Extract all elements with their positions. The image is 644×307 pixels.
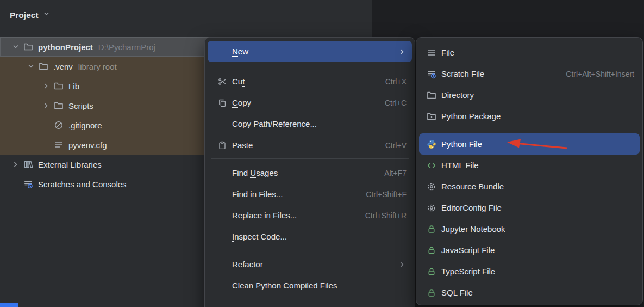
lock-icon <box>427 267 436 277</box>
menu-item-label: File <box>441 48 454 57</box>
chevron-down-icon[interactable] <box>24 62 38 71</box>
lock-icon <box>427 224 436 234</box>
menu-item-paste[interactable]: Paste Ctrl+V <box>208 134 412 156</box>
menu-item-shortcut: Ctrl+C <box>374 99 407 107</box>
menu-item-shortcut: Ctrl+Shift+F <box>355 190 407 199</box>
gear-icon <box>427 203 436 213</box>
tree-item-label: .gitignore <box>68 121 102 130</box>
menu-item-label: Paste <box>232 140 253 150</box>
copy-icon <box>217 99 228 107</box>
folder-icon <box>38 62 49 71</box>
project-panel-title: Project <box>10 10 39 20</box>
menu-item-label: Find Usages <box>232 168 278 177</box>
menu-item-shortcut: Alt+F7 <box>373 169 407 177</box>
scratch-file-icon <box>427 69 436 79</box>
menu-item-copy-path-reference[interactable]: Copy Path/Reference... <box>208 113 412 134</box>
menu-separator <box>211 66 409 66</box>
submenu-item-python-package[interactable]: Python Package <box>419 106 640 127</box>
menu-item-label: Refactor <box>232 260 263 269</box>
menu-separator <box>211 299 409 299</box>
menu-item-label: Clean Python Compiled Files <box>232 281 337 290</box>
menu-item-copy[interactable]: Copy Ctrl+C <box>208 92 412 113</box>
html-code-icon <box>427 161 436 170</box>
menu-item-label: SQL File <box>441 288 473 297</box>
paste-icon <box>217 141 228 150</box>
tree-item-label: Scripts <box>68 101 93 110</box>
menu-item-label: Python File <box>441 139 482 149</box>
project-toolwindow-header[interactable]: Project <box>10 10 51 20</box>
menu-item-refactor[interactable]: Refactor <box>208 254 412 275</box>
submenu-arrow-icon <box>387 47 407 56</box>
folder-icon <box>53 81 64 91</box>
menu-item-label: Find in Files... <box>232 189 283 199</box>
chevron-down-icon[interactable] <box>9 42 23 51</box>
menu-item-label: New <box>232 47 248 56</box>
menu-item-label: Cut <box>232 77 245 86</box>
submenu-arrow-icon <box>387 260 407 269</box>
submenu-item-editorconfig-file[interactable]: EditorConfig File <box>419 197 640 218</box>
context-menu: New Cut Ctrl+X Copy Ctrl+C Copy Path/Ref… <box>204 37 415 307</box>
menu-item-new[interactable]: New <box>208 41 412 62</box>
menu-item-label: Scratch File <box>441 69 484 78</box>
menu-item-label: Inspect Code... <box>232 232 287 241</box>
pycharm-window: Project pythonProject D:\PycharmProj .ve… <box>0 0 644 307</box>
python-logo-icon <box>427 139 436 149</box>
submenu-item-file[interactable]: File <box>419 42 640 63</box>
menu-item-label: Copy <box>232 98 251 107</box>
tree-item-label: .venv <box>53 62 73 71</box>
submenu-item-typescript-file[interactable]: TypeScript File <box>419 261 640 282</box>
menu-item-label: Replace in Files... <box>232 211 297 220</box>
libraries-icon <box>23 159 34 169</box>
submenu-item-resource-bundle[interactable]: Resource Bundle <box>419 176 640 197</box>
chevron-right-icon[interactable] <box>39 101 53 110</box>
ignored-file-icon <box>53 120 64 130</box>
menu-separator <box>211 250 409 250</box>
menu-item-shortcut: Ctrl+Shift+R <box>354 211 407 220</box>
menu-item-clean-python-compiled-files[interactable]: Clean Python Compiled Files <box>208 275 412 296</box>
tree-item-label: External Libraries <box>38 160 102 169</box>
tree-item-label: pythonProject <box>38 42 93 52</box>
gear-icon <box>427 182 436 192</box>
menu-item-label: Resource Bundle <box>441 182 504 191</box>
menu-item-find-in-files[interactable]: Find in Files... Ctrl+Shift+F <box>208 183 412 205</box>
chevron-down-icon[interactable] <box>42 10 51 20</box>
menu-item-replace-in-files[interactable]: Replace in Files... Ctrl+Shift+R <box>208 205 412 226</box>
tree-item-label: pyvenv.cfg <box>68 140 107 150</box>
bottom-blue-strip <box>0 303 18 307</box>
submenu-item-jupyter-notebook[interactable]: Jupyter Notebook <box>419 218 640 240</box>
lock-icon <box>427 245 436 255</box>
folder-icon <box>23 42 34 52</box>
menu-item-shortcut: Ctrl+V <box>374 141 407 150</box>
text-file-icon <box>53 140 64 150</box>
folder-icon <box>427 90 436 100</box>
menu-item-find-usages[interactable]: Find Usages Alt+F7 <box>208 162 412 183</box>
file-icon <box>427 48 436 58</box>
submenu-item-html-file[interactable]: HTML File <box>419 155 640 176</box>
python-package-icon <box>427 112 436 121</box>
menu-item-label: HTML File <box>441 161 479 170</box>
tree-item-path-hint: D:\PycharmProj <box>98 42 155 52</box>
menu-item-label: Directory <box>441 90 474 100</box>
cut-icon <box>217 77 228 86</box>
red-arrow-annotation <box>492 135 579 157</box>
chevron-right-icon[interactable] <box>9 160 23 169</box>
menu-item-label: EditorConfig File <box>441 203 502 212</box>
scratches-icon <box>23 179 34 189</box>
submenu-item-sql-file[interactable]: SQL File <box>419 282 640 303</box>
submenu-item-scratch-file[interactable]: Scratch File Ctrl+Alt+Shift+Insert <box>419 63 640 84</box>
menu-item-label: JavaScript File <box>441 245 495 255</box>
menu-item-label: Jupyter Notebook <box>441 224 505 234</box>
menu-item-shortcut: Ctrl+Alt+Shift+Insert <box>555 70 634 78</box>
submenu-item-directory[interactable]: Directory <box>419 84 640 106</box>
menu-item-label: TypeScript File <box>441 267 495 276</box>
menu-item-cut[interactable]: Cut Ctrl+X <box>208 71 412 92</box>
menu-item-inspect-code[interactable]: Inspect Code... <box>208 226 412 247</box>
submenu-item-javascript-file[interactable]: JavaScript File <box>419 240 640 261</box>
tree-item-hint: library root <box>78 62 117 71</box>
menu-item-shortcut: Ctrl+X <box>374 77 407 86</box>
lock-icon <box>427 288 436 298</box>
chevron-right-icon[interactable] <box>39 82 53 90</box>
new-submenu: File Scratch File Ctrl+Alt+Shift+Insert … <box>416 37 643 305</box>
folder-icon <box>53 101 64 110</box>
menu-separator <box>422 130 636 130</box>
